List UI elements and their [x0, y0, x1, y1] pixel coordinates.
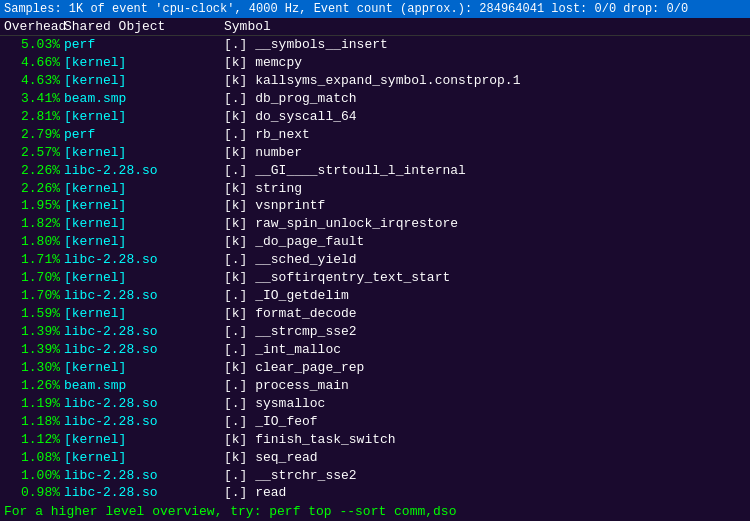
cell-shared-object: [kernel]	[64, 197, 224, 215]
table-row: 5.03%perf[.] __symbols__insert	[4, 36, 746, 54]
cell-symbol: [.] _IO_feof	[224, 413, 746, 431]
footer-text: For a higher level overview, try: perf t…	[4, 504, 456, 519]
cell-symbol: [.] __GI____strtoull_l_internal	[224, 162, 746, 180]
cell-symbol: [.] _int_malloc	[224, 341, 746, 359]
cell-overhead: 1.59%	[4, 305, 64, 323]
cell-symbol: [.] db_prog_match	[224, 90, 746, 108]
cell-symbol: [.] _IO_getdelim	[224, 287, 746, 305]
cell-shared-object: libc-2.28.so	[64, 413, 224, 431]
table-row: 1.26%beam.smp[.] process_main	[4, 377, 746, 395]
cell-shared-object: libc-2.28.so	[64, 162, 224, 180]
cell-symbol: [.] __strcmp_sse2	[224, 323, 746, 341]
table-row: 2.26%[kernel][k] string	[4, 180, 746, 198]
column-headers: Overhead Shared Object Symbol	[0, 18, 750, 36]
cell-overhead: 1.71%	[4, 251, 64, 269]
cell-overhead: 1.26%	[4, 377, 64, 395]
table-row: 0.98%libc-2.28.so[.] read	[4, 484, 746, 502]
cell-symbol: [k] _do_page_fault	[224, 233, 746, 251]
cell-shared-object: perf	[64, 126, 224, 144]
cell-symbol: [k] format_decode	[224, 305, 746, 323]
cell-symbol: [k] number	[224, 144, 746, 162]
cell-shared-object: beam.smp	[64, 90, 224, 108]
cell-shared-object: perf	[64, 36, 224, 54]
table-row: 2.79%perf[.] rb_next	[4, 126, 746, 144]
header-bar: Samples: 1K of event 'cpu-clock', 4000 H…	[0, 0, 750, 18]
cell-overhead: 2.26%	[4, 180, 64, 198]
cell-symbol: [k] raw_spin_unlock_irqrestore	[224, 215, 746, 233]
table-row: 4.63%[kernel][k] kallsyms_expand_symbol.…	[4, 72, 746, 90]
cell-overhead: 2.79%	[4, 126, 64, 144]
cell-symbol: [.] __strchr_sse2	[224, 467, 746, 485]
cell-shared-object: beam.smp	[64, 377, 224, 395]
cell-overhead: 1.39%	[4, 341, 64, 359]
cell-overhead: 2.26%	[4, 162, 64, 180]
data-table: 5.03%perf[.] __symbols__insert4.66%[kern…	[0, 36, 750, 521]
cell-shared-object: libc-2.28.so	[64, 323, 224, 341]
table-row: 1.71%libc-2.28.so[.] __sched_yield	[4, 251, 746, 269]
cell-overhead: 1.12%	[4, 431, 64, 449]
cell-shared-object: [kernel]	[64, 449, 224, 467]
table-row: 1.39%libc-2.28.so[.] __strcmp_sse2	[4, 323, 746, 341]
cell-shared-object: libc-2.28.so	[64, 251, 224, 269]
footer-bar: For a higher level overview, try: perf t…	[0, 502, 750, 521]
table-row: 2.57%[kernel][k] number	[4, 144, 746, 162]
cell-shared-object: [kernel]	[64, 359, 224, 377]
table-row: 1.12%[kernel][k] finish_task_switch	[4, 431, 746, 449]
cell-symbol: [.] __sched_yield	[224, 251, 746, 269]
table-row: 4.66%[kernel][k] memcpy	[4, 54, 746, 72]
cell-overhead: 4.63%	[4, 72, 64, 90]
cell-overhead: 5.03%	[4, 36, 64, 54]
cell-overhead: 4.66%	[4, 54, 64, 72]
col-header-shared: Shared Object	[64, 19, 224, 34]
cell-overhead: 1.08%	[4, 449, 64, 467]
cell-symbol: [.] sysmalloc	[224, 395, 746, 413]
table-row: 1.00%libc-2.28.so[.] __strchr_sse2	[4, 467, 746, 485]
cell-shared-object: libc-2.28.so	[64, 395, 224, 413]
cell-overhead: 1.18%	[4, 413, 64, 431]
table-row: 1.08%[kernel][k] seq_read	[4, 449, 746, 467]
cell-symbol: [k] kallsyms_expand_symbol.constprop.1	[224, 72, 746, 90]
table-row: 1.18%libc-2.28.so[.] _IO_feof	[4, 413, 746, 431]
cell-overhead: 1.95%	[4, 197, 64, 215]
col-header-symbol: Symbol	[224, 19, 746, 34]
cell-symbol: [.] read	[224, 484, 746, 502]
cell-overhead: 1.82%	[4, 215, 64, 233]
table-row: 1.70%libc-2.28.so[.] _IO_getdelim	[4, 287, 746, 305]
cell-shared-object: libc-2.28.so	[64, 287, 224, 305]
table-row: 1.95%[kernel][k] vsnprintf	[4, 197, 746, 215]
cell-symbol: [.] process_main	[224, 377, 746, 395]
cell-shared-object: [kernel]	[64, 305, 224, 323]
cell-shared-object: [kernel]	[64, 215, 224, 233]
cell-symbol: [k] vsnprintf	[224, 197, 746, 215]
table-row: 1.82%[kernel][k] raw_spin_unlock_irqrest…	[4, 215, 746, 233]
table-row: 2.26%libc-2.28.so[.] __GI____strtoull_l_…	[4, 162, 746, 180]
cell-symbol: [.] __symbols__insert	[224, 36, 746, 54]
table-row: 3.41%beam.smp[.] db_prog_match	[4, 90, 746, 108]
cell-overhead: 1.30%	[4, 359, 64, 377]
cell-overhead: 1.70%	[4, 287, 64, 305]
cell-overhead: 0.98%	[4, 484, 64, 502]
table-row: 1.30%[kernel][k] clear_page_rep	[4, 359, 746, 377]
cell-shared-object: [kernel]	[64, 431, 224, 449]
cell-overhead: 2.57%	[4, 144, 64, 162]
cell-overhead: 2.81%	[4, 108, 64, 126]
cell-shared-object: [kernel]	[64, 180, 224, 198]
cell-shared-object: libc-2.28.so	[64, 484, 224, 502]
cell-shared-object: libc-2.28.so	[64, 341, 224, 359]
cell-symbol: [k] clear_page_rep	[224, 359, 746, 377]
cell-symbol: [k] seq_read	[224, 449, 746, 467]
cell-shared-object: [kernel]	[64, 233, 224, 251]
cell-shared-object: [kernel]	[64, 108, 224, 126]
cell-symbol: [k] finish_task_switch	[224, 431, 746, 449]
table-row: 1.70%[kernel][k] __softirqentry_text_sta…	[4, 269, 746, 287]
cell-shared-object: libc-2.28.so	[64, 467, 224, 485]
cell-shared-object: [kernel]	[64, 269, 224, 287]
table-row: 1.19%libc-2.28.so[.] sysmalloc	[4, 395, 746, 413]
cell-overhead: 3.41%	[4, 90, 64, 108]
cell-overhead: 1.70%	[4, 269, 64, 287]
cell-symbol: [.] rb_next	[224, 126, 746, 144]
cell-symbol: [k] string	[224, 180, 746, 198]
cell-shared-object: [kernel]	[64, 72, 224, 90]
cell-overhead: 1.19%	[4, 395, 64, 413]
cell-overhead: 1.80%	[4, 233, 64, 251]
